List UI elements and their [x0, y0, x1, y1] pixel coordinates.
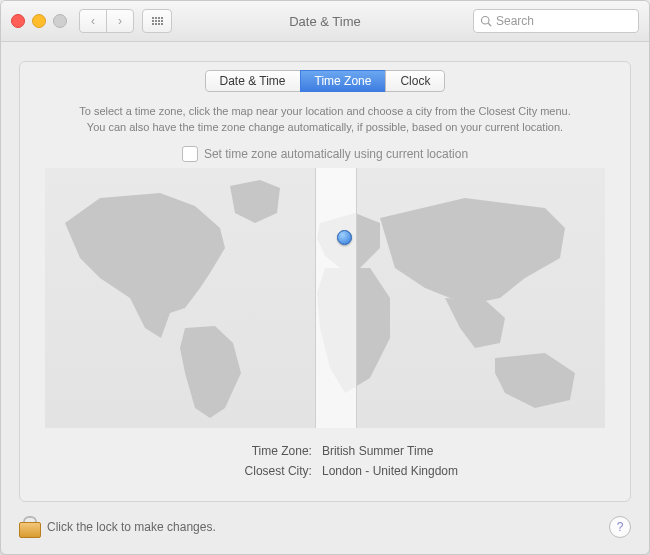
preferences-window: ‹ › Date & Time Search Date & Time Time …	[0, 0, 650, 555]
auto-timezone-label: Set time zone automatically using curren…	[204, 147, 468, 161]
timezone-map[interactable]	[45, 168, 605, 428]
nav-buttons: ‹ ›	[79, 9, 134, 33]
svg-point-0	[482, 17, 490, 25]
svg-line-1	[488, 23, 491, 26]
auto-timezone-checkbox[interactable]: Set time zone automatically using curren…	[182, 146, 468, 162]
forward-button[interactable]: ›	[106, 9, 134, 33]
chevron-left-icon: ‹	[91, 14, 95, 28]
closest-city-label: Closest City:	[192, 464, 312, 478]
selected-timezone-band	[315, 168, 357, 428]
lock-hint-text: Click the lock to make changes.	[47, 520, 216, 534]
minimize-icon[interactable]	[32, 14, 46, 28]
grid-icon	[152, 17, 163, 25]
close-icon[interactable]	[11, 14, 25, 28]
search-placeholder: Search	[496, 14, 534, 28]
timezone-label: Time Zone:	[192, 444, 312, 458]
zoom-icon	[53, 14, 67, 28]
lock-body-icon	[19, 522, 41, 538]
back-button[interactable]: ‹	[79, 9, 107, 33]
tab-clock[interactable]: Clock	[385, 70, 445, 92]
closest-city-row: Closest City: London - United Kingdom	[192, 464, 458, 478]
footer: Click the lock to make changes. ?	[19, 510, 631, 544]
closest-city-value[interactable]: London - United Kingdom	[322, 464, 458, 478]
location-pin-icon[interactable]	[337, 230, 352, 245]
chevron-right-icon: ›	[118, 14, 122, 28]
instruction-text: To select a time zone, click the map nea…	[79, 104, 571, 136]
titlebar: ‹ › Date & Time Search	[1, 1, 649, 42]
timezone-details: Time Zone: British Summer Time Closest C…	[192, 438, 458, 478]
checkbox-icon	[182, 146, 198, 162]
lock-button[interactable]	[19, 516, 39, 538]
show-all-button[interactable]	[142, 9, 172, 33]
tab-date-time[interactable]: Date & Time	[205, 70, 301, 92]
tab-bar: Date & Time Time Zone Clock	[205, 70, 446, 92]
help-icon: ?	[617, 520, 624, 534]
timezone-panel: Date & Time Time Zone Clock To select a …	[19, 61, 631, 502]
traffic-lights	[11, 14, 67, 28]
tab-time-zone[interactable]: Time Zone	[300, 70, 387, 92]
search-input[interactable]: Search	[473, 9, 639, 33]
timezone-row: Time Zone: British Summer Time	[192, 444, 458, 458]
timezone-value: British Summer Time	[322, 444, 433, 458]
help-button[interactable]: ?	[609, 516, 631, 538]
search-icon	[480, 15, 492, 27]
